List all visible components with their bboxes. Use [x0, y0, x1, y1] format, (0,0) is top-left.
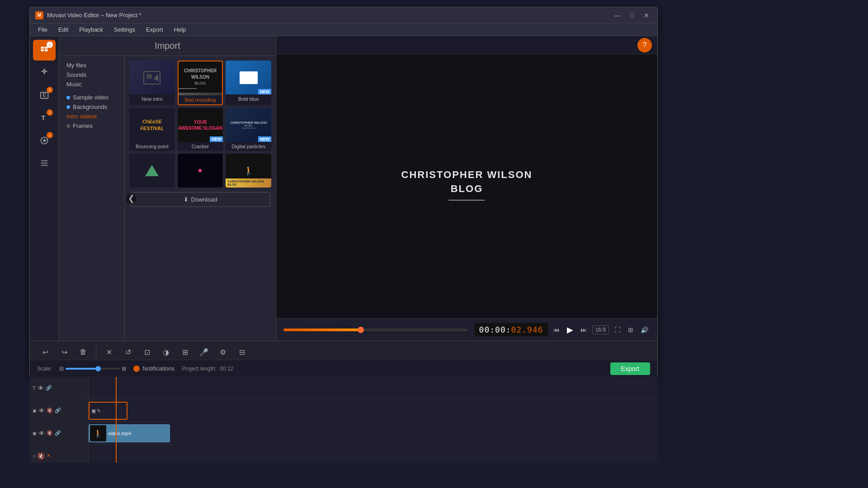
- thumb-row3-item2[interactable]: ✦: [178, 154, 223, 188]
- svg-rect-11: [41, 165, 48, 166]
- menu-playback[interactable]: Playback: [75, 25, 108, 34]
- menu-bar: File Edit Playback Settings Export Help: [30, 23, 657, 36]
- thumb-row3-item1[interactable]: [129, 154, 175, 188]
- sidebar-transitions-btn[interactable]: [33, 153, 56, 174]
- intro-clip[interactable]: ▣ ✎: [89, 402, 127, 420]
- preview-screen: CHRISTOPHER WILSON BLOG: [276, 54, 657, 318]
- import-header: Import: [59, 36, 276, 56]
- menu-edit[interactable]: Edit: [54, 25, 73, 34]
- nav-frames[interactable]: Frames: [63, 121, 121, 131]
- nav-sounds[interactable]: Sounds: [63, 70, 121, 80]
- nav-my-files[interactable]: My files: [63, 61, 121, 70]
- intro-track-icon: ▣: [33, 408, 37, 413]
- project-length-value: 00:12: [220, 366, 233, 372]
- video-clip-label: video.mp4: [108, 431, 131, 436]
- undo-button[interactable]: ↩: [37, 344, 53, 360]
- thumb-bold-blue[interactable]: NEW Bold blue: [226, 61, 271, 105]
- title-track-link[interactable]: 🔗: [46, 385, 52, 391]
- title-track-eye[interactable]: 👁: [38, 385, 44, 392]
- intro-track-mute[interactable]: 🔇: [47, 408, 53, 413]
- thumb-digital-particles-label: Digital particles: [226, 142, 271, 151]
- skip-start-button[interactable]: ⏮: [552, 324, 561, 335]
- video-track-eye[interactable]: 👁: [38, 430, 45, 437]
- color-button[interactable]: ◑: [158, 344, 174, 360]
- grid-nav-left[interactable]: ❮: [126, 193, 137, 204]
- notifications-button[interactable]: Notifications: [133, 365, 175, 372]
- preview-content: CHRISTOPHER WILSON BLOG: [401, 168, 533, 204]
- maximize-button[interactable]: □: [627, 10, 637, 21]
- title-track-controls: T 👁 🔗: [30, 377, 89, 399]
- video-clip[interactable]: 🚶 video.mp4: [89, 424, 170, 442]
- close-button[interactable]: ✕: [641, 10, 652, 21]
- volume-button[interactable]: 🔊: [639, 324, 650, 335]
- video-track-controls: ▣ 👁 🔇 🔗: [30, 422, 89, 444]
- intro-track: ▣ 👁 🔇 🔗 ▣ ✎: [30, 399, 657, 422]
- video-track-link[interactable]: 🔗: [55, 430, 61, 436]
- scale-slider: ⊟ ⊞: [59, 366, 126, 372]
- fullscreen-button[interactable]: ⛶: [613, 324, 623, 335]
- title-track-icon: T: [33, 385, 36, 391]
- intro-clip-icon-1: ▣: [91, 408, 96, 414]
- sidebar-stickers-btn[interactable]: ★ 1: [33, 130, 56, 151]
- preview-progress-bar[interactable]: [283, 328, 467, 331]
- preview-line-decoration: [448, 200, 485, 201]
- redo-button[interactable]: ↪: [56, 344, 72, 360]
- thumb-new-intro[interactable]: New intro: [129, 61, 175, 105]
- nav-sample-video[interactable]: Sample video: [63, 93, 121, 102]
- video-track-content: 🚶 video.mp4: [89, 422, 657, 444]
- particles-new-badge: NEW: [258, 136, 271, 142]
- aspect-ratio-badge: 16:9: [592, 325, 609, 334]
- thumb-bouncing-point[interactable]: ChEeSE FESTIVAL Bouncing point: [129, 108, 175, 151]
- stabilize-button[interactable]: ⊞: [177, 344, 193, 360]
- help-button[interactable]: ?: [637, 38, 652, 52]
- window-title: Movavi Video Editor – New Project *: [47, 12, 142, 19]
- frames-dot: [66, 124, 70, 128]
- export-button[interactable]: Export: [610, 362, 650, 375]
- settings-button[interactable]: ⚙: [215, 344, 231, 360]
- thumb-row3-item3[interactable]: CHRISTOPHER WILSON BLOG 🚶: [226, 154, 271, 188]
- sidebar-effects-btn[interactable]: [33, 62, 56, 83]
- menu-file[interactable]: File: [33, 25, 52, 34]
- rotate-button[interactable]: ↺: [120, 344, 136, 360]
- audio-button[interactable]: 🎤: [196, 344, 212, 360]
- intro-clip-icon-2: ✎: [97, 408, 101, 414]
- intro-track-link[interactable]: 🔗: [55, 408, 61, 413]
- nav-intro-videos[interactable]: Intro videos: [63, 112, 121, 121]
- svg-rect-9: [41, 160, 48, 161]
- thumb-bad-recording[interactable]: CHRISTOPHER WILSON BLOG Bad recording: [178, 61, 223, 105]
- crop-button[interactable]: ⊡: [139, 344, 155, 360]
- download-button[interactable]: ⬇ Download: [130, 192, 270, 207]
- scale-thumb[interactable]: [95, 366, 101, 371]
- thumb-digital-particles[interactable]: CHRISTOPHER WILSON BLOG NEW Digital part…: [226, 108, 271, 151]
- play-button[interactable]: ▶: [565, 323, 575, 337]
- preview-header: ?: [276, 36, 657, 54]
- nav-backgrounds[interactable]: Backgrounds: [63, 102, 121, 112]
- svg-text:T: T: [41, 114, 45, 122]
- sidebar-text-btn[interactable]: T 1: [33, 108, 56, 128]
- minimize-button[interactable]: —: [612, 10, 623, 21]
- nav-music[interactable]: Music: [63, 80, 121, 89]
- fit-button[interactable]: ⊞: [626, 324, 635, 335]
- menu-settings[interactable]: Settings: [109, 25, 140, 34]
- thumb-cracker-label: Cracker: [178, 142, 223, 151]
- remove-clip-button[interactable]: ✕: [101, 344, 117, 360]
- scale-track[interactable]: [66, 368, 120, 370]
- skip-end-button[interactable]: ⏭: [579, 324, 589, 335]
- thumb-bouncing-point-label: Bouncing point: [129, 142, 175, 151]
- audio-track-icon: ♪: [33, 453, 35, 459]
- audio-track-remove[interactable]: ✕: [47, 453, 51, 459]
- menu-export[interactable]: Export: [142, 25, 168, 34]
- thumb-cracker[interactable]: YOUR AWESOME SLOGAN NEW Cracker: [178, 108, 223, 151]
- video-track-mute[interactable]: 🔇: [47, 430, 53, 436]
- audio-track-content: [89, 445, 657, 463]
- menu-help[interactable]: Help: [170, 25, 191, 34]
- video-track-icon: ▣: [33, 431, 37, 436]
- intro-track-eye[interactable]: 👁: [38, 407, 45, 414]
- video-track: ▣ 👁 🔇 🔗 🚶 video.mp4: [30, 422, 657, 445]
- more-button[interactable]: ⊟: [234, 344, 250, 360]
- delete-button[interactable]: 🗑: [75, 344, 91, 360]
- sidebar-titles-btn[interactable]: C 3: [33, 85, 56, 106]
- progress-handle[interactable]: [358, 327, 364, 333]
- sidebar-import-btn[interactable]: 1: [33, 40, 56, 61]
- audio-track-mute[interactable]: 🔇: [37, 452, 45, 460]
